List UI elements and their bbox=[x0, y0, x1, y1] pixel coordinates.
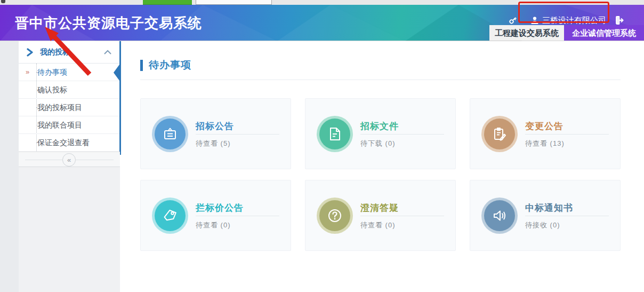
card-award-notice[interactable]: 中标通知书 待接收 (0) bbox=[470, 180, 621, 251]
sidebar-item-label: 我的投标项目 bbox=[37, 103, 82, 112]
user-block[interactable]: 三桥设计有限公司 bbox=[530, 14, 606, 26]
card-ceiling-price-announcement[interactable]: 拦标价公告 待查看 (0) bbox=[140, 180, 291, 251]
card-tender-announcement[interactable]: 招标公告 待查看 (5) bbox=[140, 98, 291, 169]
card-status: 待查看 (5) bbox=[196, 139, 231, 148]
sidebar-collapse-button[interactable]: « bbox=[62, 153, 76, 167]
page-title: 晋中市公共资源电子交易系统 bbox=[15, 14, 202, 33]
card-change-announcement[interactable]: 变更公告 待查看 (13) bbox=[470, 98, 621, 169]
active-item-arrow bbox=[114, 65, 119, 81]
sidebar-group-label: 我的投标 bbox=[40, 48, 70, 57]
browser-fragment-dot bbox=[1, 0, 5, 3]
document-icon bbox=[327, 126, 343, 142]
price-tag-icon bbox=[162, 208, 178, 224]
sidebar-group-my-bids[interactable]: 我的投标 bbox=[19, 41, 120, 64]
sidebar-item-confirm-bid[interactable]: 确认投标 bbox=[19, 81, 120, 99]
sidebar-item-deposit-review[interactable]: 保证金交退查看 bbox=[19, 134, 120, 152]
card-status: 待查看 (13) bbox=[525, 139, 565, 148]
clipboard-edit-icon bbox=[492, 126, 508, 142]
card-status: 待查看 (0) bbox=[196, 220, 231, 230]
section-divider bbox=[140, 80, 621, 80]
sidebar-item-my-joint-projects[interactable]: 我的联合项目 bbox=[19, 116, 120, 134]
sidebar-item-label: 保证金交退查看 bbox=[37, 138, 90, 147]
speaker-icon bbox=[492, 208, 508, 224]
sidebar-menu: 我的投标 » 待办事项 确认投标 我的投标项目 我的联合项目 保证金交退查看 bbox=[19, 41, 120, 167]
card-title: 中标通知书 bbox=[525, 202, 573, 214]
card-status: 待查看 (0) bbox=[360, 220, 396, 230]
card-title: 变更公告 bbox=[525, 120, 564, 132]
left-rail bbox=[0, 41, 19, 292]
sidebar-item-label: 我的联合项目 bbox=[37, 121, 82, 129]
card-status: 待接收 (0) bbox=[525, 220, 560, 230]
logout-icon[interactable] bbox=[614, 15, 625, 26]
active-item-marker: » bbox=[26, 64, 29, 81]
sidebar-item-my-bid-projects[interactable]: 我的投标项目 bbox=[19, 99, 120, 116]
card-title: 招标文件 bbox=[360, 120, 399, 132]
user-icon bbox=[530, 16, 539, 25]
card-title: 招标公告 bbox=[196, 120, 234, 132]
tab-construction-trading-system[interactable]: 工程建设交易系统 bbox=[489, 25, 564, 41]
card-status: 待下载 (0) bbox=[360, 139, 396, 148]
browser-toolbar-fragment bbox=[0, 0, 644, 5]
key-icon[interactable] bbox=[508, 15, 518, 26]
question-icon bbox=[327, 208, 343, 224]
tab-enterprise-credit-system[interactable]: 企业诚信管理系统 bbox=[564, 25, 644, 41]
section-accent-bar bbox=[140, 60, 143, 71]
toolbar-green-button-fragment[interactable] bbox=[143, 0, 192, 5]
user-name: 三桥设计有限公司 bbox=[542, 15, 606, 26]
sidebar-collapse-band: « bbox=[19, 152, 120, 167]
sidebar-item-todo[interactable]: » 待办事项 bbox=[19, 64, 120, 81]
sidebar-lower-area bbox=[19, 167, 120, 292]
chevron-up-icon[interactable] bbox=[104, 50, 111, 54]
toolbar-dropdown-fragment[interactable] bbox=[196, 0, 272, 5]
announcement-icon bbox=[162, 126, 178, 142]
sidebar-accent-bar bbox=[119, 41, 121, 155]
section-title: 待办事项 bbox=[149, 58, 191, 72]
card-clarification-qa[interactable]: 澄清答疑 待查看 (0) bbox=[305, 180, 456, 251]
section-header: 待办事项 bbox=[140, 59, 191, 72]
chevron-right-icon bbox=[26, 48, 34, 57]
card-title: 拦标价公告 bbox=[196, 202, 244, 214]
card-tender-documents[interactable]: 招标文件 待下载 (0) bbox=[305, 98, 456, 169]
card-title: 澄清答疑 bbox=[360, 202, 399, 214]
